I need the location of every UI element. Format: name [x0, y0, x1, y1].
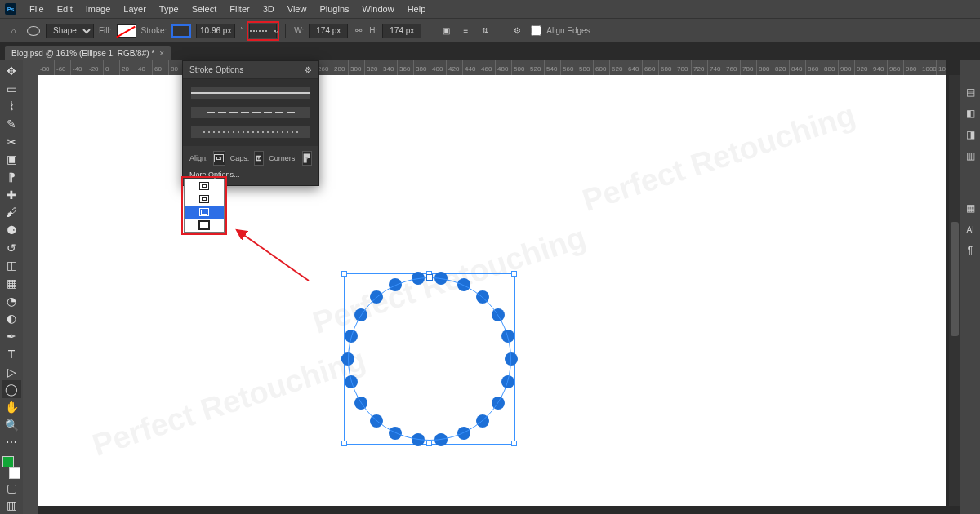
path-align-icon[interactable]: ≡ — [458, 24, 473, 38]
pen-tool[interactable]: ✒ — [2, 327, 21, 345]
menu-view[interactable]: View — [281, 4, 314, 14]
move-tool[interactable]: ✥ — [2, 62, 21, 80]
stroke-preset-dashed[interactable] — [191, 107, 310, 118]
align-option-center[interactable] — [185, 206, 224, 219]
zoom-tool[interactable]: 🔍 — [2, 416, 21, 434]
align-option-inside-alt[interactable] — [185, 193, 224, 206]
home-icon[interactable]: ⌂ — [7, 24, 21, 38]
panel-icon[interactable]: ▤ — [963, 85, 978, 100]
shape-path-outline — [348, 277, 511, 441]
corners-label: Corners: — [269, 154, 297, 162]
paragraph-panel-icon[interactable]: ¶ — [963, 243, 978, 258]
menu-image[interactable]: Image — [79, 4, 118, 14]
menu-help[interactable]: Help — [401, 4, 433, 14]
stroke-style-dropdown[interactable]: ˅ — [249, 24, 277, 38]
background-color[interactable] — [9, 467, 20, 479]
type-panel-label[interactable]: Al — [963, 222, 978, 237]
crop-tool[interactable]: ✂ — [2, 133, 21, 151]
blur-tool[interactable]: ◔ — [2, 292, 21, 310]
heal-tool[interactable]: ✚ — [2, 186, 21, 204]
ruler-horizontal: -80-60-40-200204060801001201401601802002… — [38, 60, 946, 75]
align-option-outside[interactable] — [185, 219, 224, 232]
anchor-point[interactable] — [426, 274, 433, 281]
stroke-preset-list — [183, 79, 318, 146]
stamp-tool[interactable]: ⚈ — [2, 221, 21, 239]
panel-icon[interactable]: ▥ — [963, 148, 978, 163]
panel-icon[interactable]: ◧ — [963, 106, 978, 121]
menu-edit[interactable]: Edit — [51, 4, 79, 14]
shape-tool-indicator-icon — [26, 24, 41, 38]
document-tab-bar: Blog.psd @ 161% (Ellipse 1, RGB/8#) * × — [0, 42, 980, 60]
transform-handle[interactable] — [341, 271, 347, 277]
height-input[interactable]: 174 px — [382, 24, 421, 38]
quickmask-icon[interactable]: ▢ — [2, 479, 21, 497]
link-wh-icon[interactable]: ⚯ — [353, 26, 364, 35]
align-label: Align: — [189, 154, 208, 162]
menu-file[interactable]: File — [23, 4, 51, 14]
path-select-tool[interactable]: ▷ — [2, 363, 21, 381]
menu-3d[interactable]: 3D — [256, 4, 281, 14]
marquee-tool[interactable]: ▭ — [2, 80, 21, 98]
align-option-inside[interactable] — [185, 179, 224, 193]
align-edges-checkbox[interactable] — [531, 25, 541, 36]
foreground-color[interactable] — [2, 456, 14, 467]
stroke-align-dropdown — [184, 179, 225, 233]
path-arrange-icon[interactable]: ⇅ — [478, 24, 492, 38]
panel-gear-icon[interactable]: ⚙ — [305, 65, 312, 74]
menu-window[interactable]: Window — [356, 4, 401, 14]
photoshop-icon: Ps — [5, 3, 16, 15]
transform-handle[interactable] — [341, 441, 347, 446]
options-bar: ⌂ Shape Fill: Stroke: 10.96 px ˅ ˅ W: 17… — [0, 18, 980, 42]
svg-line-0 — [237, 230, 309, 281]
stroke-preset-solid[interactable] — [191, 87, 310, 99]
stroke-caps-select[interactable]: ⊏▾ — [254, 151, 264, 166]
stroke-preset-dotted[interactable] — [191, 126, 310, 138]
color-wells[interactable] — [2, 456, 20, 479]
history-brush-tool[interactable]: ↺ — [2, 239, 21, 257]
quick-select-tool[interactable]: ✎ — [2, 115, 21, 133]
width-input[interactable]: 174 px — [309, 24, 348, 38]
workspace: ✥ ▭ ⌇ ✎ ✂ ▣ ⁋ ✚ 🖌 ⚈ ↺ ◫ ▦ ◔ ◐ ✒ T ▷ ◯ ✋ … — [0, 60, 980, 514]
menu-bar: Ps FileEditImageLayerTypeSelectFilter3DV… — [0, 0, 980, 18]
right-panel-bar: ▤ ◧ ◨ ▥ ▦ Al ¶ — [960, 60, 980, 514]
canvas-area: -80-60-40-200204060801001201401601802002… — [23, 60, 960, 514]
hand-tool[interactable]: ✋ — [2, 398, 21, 416]
frame-tool[interactable]: ▣ — [2, 150, 21, 168]
transform-handle[interactable] — [511, 271, 517, 277]
brush-tool[interactable]: 🖌 — [2, 204, 21, 222]
eraser-tool[interactable]: ◫ — [2, 257, 21, 275]
caps-label: Caps: — [230, 154, 250, 162]
menu-type[interactable]: Type — [153, 4, 185, 14]
watermark: Perfect Retouching — [88, 342, 370, 463]
watermark: Perfect Retouching — [578, 97, 860, 219]
dodge-tool[interactable]: ◐ — [2, 310, 21, 328]
path-combine-icon[interactable]: ▣ — [439, 24, 453, 38]
ellipse-shape-tool[interactable]: ◯ — [2, 380, 21, 398]
eyedropper-tool[interactable]: ⁋ — [2, 168, 21, 186]
screenmode-icon[interactable]: ▥ — [2, 496, 21, 514]
vertical-scrollbar[interactable] — [949, 75, 960, 506]
transform-handle[interactable] — [511, 441, 517, 446]
fill-swatch[interactable] — [117, 24, 136, 38]
gradient-tool[interactable]: ▦ — [2, 274, 21, 292]
stroke-swatch[interactable] — [172, 24, 191, 38]
menu-plugins[interactable]: Plugins — [313, 4, 355, 14]
menu-layer[interactable]: Layer — [117, 4, 153, 14]
menu-select[interactable]: Select — [185, 4, 224, 14]
canvas[interactable]: Perfect Retouching Perfect Retouching Pe… — [38, 75, 946, 506]
close-tab-icon[interactable]: × — [159, 49, 164, 58]
ruler-corner — [23, 60, 38, 75]
stroke-corners-select[interactable]: ▛▾ — [302, 151, 312, 166]
type-tool[interactable]: T — [2, 345, 21, 363]
menu-filter[interactable]: Filter — [223, 4, 256, 14]
document-tab[interactable]: Blog.psd @ 161% (Ellipse 1, RGB/8#) * × — [5, 46, 171, 60]
lasso-tool[interactable]: ⌇ — [2, 97, 21, 115]
tool-mode-select[interactable]: Shape — [46, 24, 94, 38]
gear-icon[interactable]: ⚙ — [510, 24, 524, 38]
transform-handle[interactable] — [426, 441, 432, 446]
stroke-align-select[interactable]: ▾ — [213, 151, 225, 166]
edit-toolbar-icon[interactable]: ⋯ — [2, 433, 21, 451]
stroke-width-input[interactable]: 10.96 px — [196, 24, 235, 38]
color-panel-icon[interactable]: ▦ — [963, 201, 978, 215]
panel-icon[interactable]: ◨ — [963, 127, 978, 142]
